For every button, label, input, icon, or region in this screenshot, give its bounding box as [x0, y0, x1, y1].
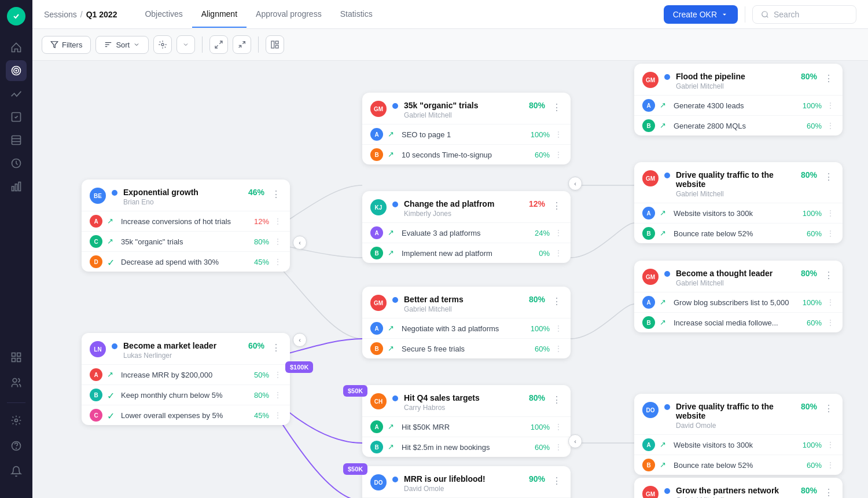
item-label: Website visitors to 300k — [674, 441, 798, 449]
item-more-button[interactable]: ⋮ — [826, 121, 834, 130]
card-avatar: LN — [90, 341, 106, 357]
middle-toggle-1[interactable]: ‹ — [568, 177, 582, 191]
people-icon[interactable] — [6, 372, 27, 393]
card-more-button[interactable]: ⋮ — [823, 170, 834, 184]
left-toggle-1[interactable]: ‹ — [293, 236, 307, 250]
card-item: B ↗ 10 seconds Time-to-signup 60% ⋮ — [362, 144, 571, 164]
item-more-button[interactable]: ⋮ — [554, 442, 562, 452]
item-more-button[interactable]: ⋮ — [274, 411, 282, 420]
item-more-button[interactable]: ⋮ — [554, 248, 562, 258]
item-more-button[interactable]: ⋮ — [826, 440, 834, 449]
item-more-button[interactable]: ⋮ — [554, 344, 562, 353]
item-more-button[interactable]: ⋮ — [274, 237, 282, 246]
item-more-button[interactable]: ⋮ — [826, 208, 834, 218]
item-more-button[interactable]: ⋮ — [826, 298, 834, 307]
item-percentage: 45% — [254, 258, 269, 266]
card-more-button[interactable]: ⋮ — [270, 341, 282, 354]
trend-icon: ↗ — [660, 101, 669, 110]
trend-icon[interactable] — [6, 83, 27, 104]
card-more-button[interactable]: ⋮ — [551, 101, 562, 114]
sort-button[interactable]: Sort — [95, 36, 149, 54]
view-settings-button[interactable] — [153, 35, 172, 54]
trend-icon: ↗ — [388, 228, 397, 237]
help-icon[interactable] — [6, 435, 27, 456]
card-owner: Brian Eno — [123, 198, 242, 206]
svg-rect-11 — [19, 182, 20, 191]
card-more-button[interactable]: ⋮ — [823, 269, 834, 282]
item-more-button[interactable]: ⋮ — [554, 228, 562, 237]
filters-label: Filters — [62, 41, 82, 49]
create-okr-button[interactable]: Create OKR — [664, 5, 738, 24]
card-title: MRR is our lifeblood! — [404, 474, 523, 484]
card-avatar: GM — [370, 101, 387, 117]
trend-icon: ↗ — [107, 370, 116, 379]
card-item: A ↗ Negotiate with 3 ad platforms 100% ⋮ — [362, 318, 571, 338]
grid-icon[interactable] — [6, 347, 27, 368]
label-badge-50k-1: $50K — [343, 385, 367, 397]
card-more-button[interactable]: ⋮ — [270, 188, 282, 201]
card-more-button[interactable]: ⋮ — [551, 295, 562, 308]
item-more-button[interactable]: ⋮ — [826, 460, 834, 470]
bar-chart-icon[interactable] — [6, 176, 27, 197]
filters-button[interactable]: Filters — [42, 36, 91, 54]
item-percentage: 12% — [254, 217, 269, 226]
item-more-button[interactable]: ⋮ — [826, 229, 834, 238]
item-avatar: A — [370, 322, 383, 335]
tab-alignment[interactable]: Alignment — [192, 1, 247, 28]
home-icon[interactable] — [6, 37, 27, 58]
card-drive-quality-david: DO Drive quality traffic to the website … — [634, 394, 843, 475]
svg-rect-15 — [17, 358, 21, 362]
toolbar-divider-2 — [258, 36, 259, 53]
breadcrumb-base: Sessions — [44, 10, 77, 19]
card-more-button[interactable]: ⋮ — [823, 486, 834, 498]
collapse-button[interactable] — [233, 35, 251, 54]
card-title: Change the ad platfrom — [404, 199, 523, 208]
item-percentage: 60% — [535, 443, 550, 452]
trend-icon: ↗ — [660, 440, 669, 449]
tab-approval-progress[interactable]: Approval progress — [247, 1, 331, 28]
tab-statistics[interactable]: Statistics — [331, 1, 382, 28]
inbox-icon[interactable] — [6, 130, 27, 151]
item-more-button[interactable]: ⋮ — [826, 101, 834, 110]
clock-icon[interactable] — [6, 153, 27, 174]
card-status-dot — [392, 103, 398, 109]
card-more-button[interactable]: ⋮ — [551, 393, 562, 407]
left-toggle-2[interactable]: ‹ — [293, 333, 307, 347]
item-more-button[interactable]: ⋮ — [554, 130, 562, 139]
item-more-button[interactable]: ⋮ — [274, 390, 282, 400]
card-status-dot — [664, 404, 670, 410]
item-more-button[interactable]: ⋮ — [554, 422, 562, 431]
item-more-button[interactable]: ⋮ — [554, 324, 562, 333]
item-more-button[interactable]: ⋮ — [274, 257, 282, 266]
item-label: Lower overall expenses by 5% — [121, 411, 249, 420]
bell-icon[interactable] — [6, 461, 27, 482]
item-label: Implement new ad platform — [402, 249, 534, 258]
item-percentage: 80% — [254, 391, 269, 400]
card-more-button[interactable]: ⋮ — [823, 402, 834, 415]
view-settings-dropdown[interactable] — [176, 35, 195, 54]
check-icon[interactable] — [6, 107, 27, 127]
card-more-button[interactable]: ⋮ — [551, 199, 562, 213]
item-avatar: B — [642, 459, 655, 471]
item-avatar: A — [90, 368, 102, 381]
search-box[interactable]: Search — [752, 5, 856, 24]
card-more-button[interactable]: ⋮ — [823, 72, 834, 85]
item-avatar: B — [642, 316, 655, 329]
item-avatar: B — [370, 441, 383, 453]
item-more-button[interactable]: ⋮ — [274, 217, 282, 226]
target-icon[interactable] — [6, 60, 27, 81]
app-logo[interactable] — [7, 7, 25, 25]
item-avatar: B — [370, 148, 383, 161]
item-more-button[interactable]: ⋮ — [274, 370, 282, 379]
card-market-leader: LN Become a market leader Lukas Nerlinge… — [82, 333, 290, 425]
card-owner: David Omole — [676, 422, 795, 430]
tab-objectives[interactable]: Objectives — [135, 1, 192, 28]
expand-button[interactable] — [209, 35, 228, 54]
item-more-button[interactable]: ⋮ — [554, 150, 562, 159]
middle-toggle-2[interactable]: ‹ — [568, 434, 582, 448]
label-badge-100k: $100K — [285, 361, 313, 373]
layout-button[interactable] — [266, 35, 284, 54]
card-more-button[interactable]: ⋮ — [551, 474, 562, 488]
item-more-button[interactable]: ⋮ — [826, 318, 834, 327]
settings-icon[interactable] — [6, 410, 27, 431]
